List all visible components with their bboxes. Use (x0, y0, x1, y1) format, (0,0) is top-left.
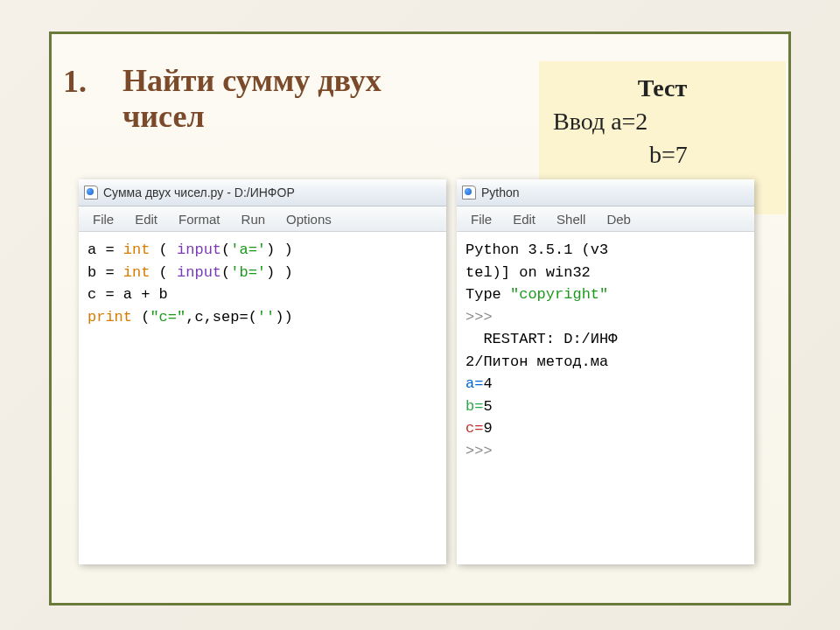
editor-titlebar[interactable]: Сумма двух чисел.py - D:/ИНФОР (79, 179, 446, 206)
code-line-2: b = int ( input('b=') ) (88, 262, 438, 284)
menu-edit[interactable]: Edit (502, 212, 546, 227)
shell-menubar: File Edit Shell Deb (457, 206, 754, 232)
file-icon (462, 186, 476, 200)
menu-format[interactable]: Format (168, 212, 231, 227)
shell-prompt: >>> (466, 440, 746, 463)
menu-file[interactable]: File (82, 212, 124, 227)
menu-shell[interactable]: Shell (546, 212, 596, 227)
heading-line-1: Найти сумму двух (122, 63, 382, 99)
menu-file[interactable]: File (460, 212, 502, 227)
shell-line: Python 3.5.1 (v3 (466, 239, 746, 262)
shell-titlebar[interactable]: Python (457, 179, 754, 206)
shell-line: a=4 (466, 373, 746, 396)
heading-line-2: чисел (122, 99, 382, 135)
shell-line: Type "copyright" (466, 284, 746, 306)
menu-run[interactable]: Run (231, 212, 276, 227)
menu-edit[interactable]: Edit (124, 212, 168, 227)
code-line-3: c = a + b (88, 284, 438, 306)
shell-line: c=9 (466, 417, 746, 440)
test-line-1: Ввод a=2 (553, 105, 772, 138)
list-number: 1. (63, 63, 87, 100)
shell-line: RESTART: D:/ИНФ (466, 328, 746, 351)
menu-options[interactable]: Options (276, 212, 342, 227)
editor-code-area[interactable]: a = int ( input('a=') ) b = int ( input(… (79, 232, 446, 335)
shell-line: 2/Питон метод.ма (466, 351, 746, 374)
file-icon (84, 186, 98, 200)
shell-output-area[interactable]: Python 3.5.1 (v3 tel)] on win32 Type "co… (457, 232, 754, 469)
code-line-4: print ("c=",c,sep=('')) (88, 306, 438, 329)
shell-prompt: >>> (466, 306, 746, 329)
editor-window: Сумма двух чисел.py - D:/ИНФОР File Edit… (79, 179, 446, 564)
test-title: Тест (553, 72, 772, 105)
editor-menubar: File Edit Format Run Options (79, 206, 446, 232)
menu-debug[interactable]: Deb (596, 212, 641, 227)
shell-line: b=5 (466, 396, 746, 418)
shell-line: tel)] on win32 (466, 262, 746, 284)
shell-window: Python File Edit Shell Deb Python 3.5.1 … (457, 179, 754, 564)
code-line-1: a = int ( input('a=') ) (88, 239, 438, 262)
shell-title-text: Python (481, 186, 520, 200)
slide-heading: Найти сумму двух чисел (122, 63, 382, 136)
test-line-2: b=7 (553, 138, 772, 172)
editor-title-text: Сумма двух чисел.py - D:/ИНФОР (103, 186, 295, 200)
